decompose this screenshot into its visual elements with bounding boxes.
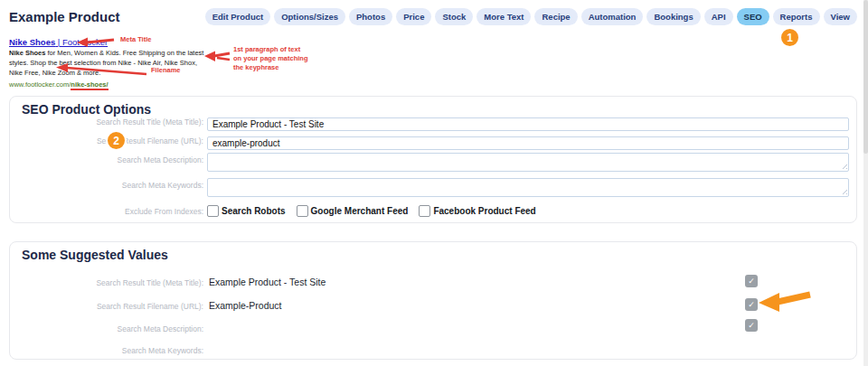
product-tabbar: Edit Product Options/Sizes Photos Price … [205, 8, 857, 25]
suggested-filename-pointer-arrow-icon [756, 288, 814, 314]
meta-title-input[interactable] [207, 117, 849, 131]
suggested-description-label: Search Meta Description: [10, 322, 203, 333]
exclude-indexes-label: Exclude From Indexes: [10, 204, 203, 216]
meta-description-textarea[interactable] [207, 153, 849, 172]
tab-photos[interactable]: Photos [349, 8, 392, 25]
suggested-filename-value: Example-Product [209, 299, 282, 311]
check-icon: ✓ [748, 277, 755, 286]
suggested-title-value: Example Product - Test Site [209, 276, 326, 287]
serp-title-keyphrase: Nike Shoes [9, 37, 55, 47]
suggested-filename-row: Search Result Filename (URL): Example-Pr… [10, 299, 849, 311]
meta-description-field-row: Search Meta Description: [10, 153, 849, 172]
facebook-product-feed-checkbox[interactable] [419, 205, 430, 217]
tab-api[interactable]: API [704, 8, 733, 25]
exclude-indexes-row: Exclude From Indexes: Search Robots Goog… [10, 204, 849, 217]
meta-keywords-textarea[interactable] [207, 178, 849, 197]
search-robots-label: Search Robots [222, 206, 286, 216]
suggested-title-label: Search Result Title (Meta Title): [10, 276, 203, 287]
step-1-badge: 1 [779, 27, 800, 48]
filename-arrow-icon [54, 62, 148, 77]
scrollbar-thumb[interactable] [863, 0, 868, 154]
page-title: Example Product [9, 9, 120, 24]
apply-suggested-description-button[interactable]: ✓ [745, 319, 758, 332]
filename-input[interactable] [207, 136, 849, 150]
suggested-description-row: Search Meta Description: [10, 322, 849, 333]
checkbox-item-google-merchant-feed[interactable]: Google Merchant Feed [297, 205, 409, 217]
tab-price[interactable]: Price [396, 8, 431, 25]
meta-keywords-field-row: Search Meta Keywords: [10, 178, 849, 197]
tab-reports[interactable]: Reports [773, 8, 820, 25]
serp-url-slug: nike-shoes/ [71, 80, 108, 90]
tab-edit-product[interactable]: Edit Product [205, 8, 270, 25]
step-2-badge: 2 [106, 130, 127, 151]
tab-seo[interactable]: SEO [737, 8, 769, 25]
tab-bookings[interactable]: Bookings [646, 8, 700, 25]
apply-suggested-title-button[interactable]: ✓ [745, 275, 758, 287]
suggested-keywords-label: Search Meta Keywords: [10, 343, 203, 355]
tab-more-text[interactable]: More Text [476, 8, 531, 25]
serp-url-prefix: www.footlocker.com/ [9, 80, 71, 89]
tab-automation[interactable]: Automation [581, 8, 644, 25]
paragraph-annotation-line: 1st paragraph of text [233, 45, 324, 54]
tab-view[interactable]: View [824, 8, 857, 25]
suggested-filename-label: Search Result Filename (URL): [10, 299, 203, 311]
google-merchant-feed-checkbox[interactable] [297, 205, 308, 217]
facebook-product-feed-label: Facebook Product Feed [433, 206, 535, 216]
filename-annotation: Filename [151, 66, 181, 74]
paragraph-annotation: 1st paragraph of text on your page match… [233, 45, 324, 72]
suggested-keywords-row: Search Meta Keywords: [10, 343, 849, 355]
filename-field-row: Search Result Filename (URL): [10, 134, 849, 150]
serp-description-keyphrase: Nike Shoes [9, 49, 45, 57]
meta-title-arrow-icon [76, 37, 116, 48]
suggested-values-card: Some Suggested Values Search Result Titl… [9, 241, 857, 360]
google-merchant-feed-label: Google Merchant Feed [311, 206, 409, 216]
check-icon: ✓ [748, 321, 755, 330]
suggested-values-heading: Some Suggested Values [22, 248, 168, 262]
suggested-title-row: Search Result Title (Meta Title): Exampl… [10, 276, 849, 287]
checkbox-item-search-robots[interactable]: Search Robots [207, 205, 286, 217]
checkbox-item-facebook-product-feed[interactable]: Facebook Product Feed [419, 205, 535, 217]
meta-keywords-field-label: Search Meta Keywords: [10, 178, 203, 190]
exclude-indexes-options: Search Robots Google Merchant Feed Faceb… [207, 204, 536, 217]
serp-url: www.footlocker.com/nike-shoes/ [9, 80, 210, 89]
check-icon: ✓ [748, 300, 755, 309]
tab-recipe[interactable]: Recipe [534, 8, 577, 25]
search-robots-checkbox[interactable] [207, 205, 219, 217]
meta-title-field-row: Search Result Title (Meta Title): [10, 115, 849, 131]
meta-title-annotation: Meta Title [120, 35, 151, 43]
seo-product-options-card: SEO Product Options Search Result Title … [9, 96, 857, 223]
paragraph-annotation-line: on your page matching [233, 54, 324, 63]
paragraph-annotation-line: the keyphrase [233, 63, 324, 72]
meta-description-field-label: Search Meta Description: [10, 153, 203, 164]
meta-title-field-label: Search Result Title (Meta Title): [10, 115, 203, 127]
scrollbar-track[interactable] [863, 0, 868, 366]
tab-stock[interactable]: Stock [435, 8, 473, 25]
tab-options-sizes[interactable]: Options/Sizes [274, 8, 345, 25]
paragraph-arrow-icon [204, 50, 231, 64]
